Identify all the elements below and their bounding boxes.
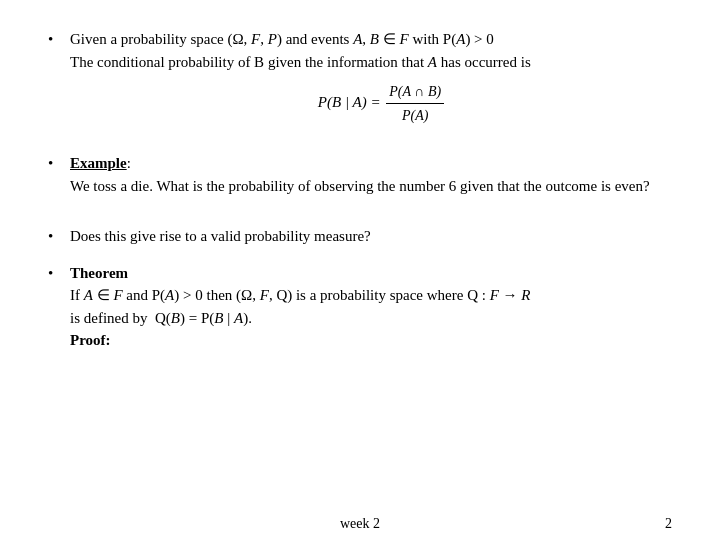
denominator: P(A) bbox=[399, 104, 431, 126]
bullet-3-section: • Does this give rise to a valid probabi… bbox=[48, 225, 672, 248]
bullet-1-desc: The conditional probability of B given t… bbox=[70, 54, 531, 70]
bullet-4-line1: If A ∈ F and P(A) > 0 then (Ω, F, Q) is … bbox=[70, 287, 531, 303]
footer-week: week 2 bbox=[340, 516, 380, 532]
numerator: P(A ∩ B) bbox=[386, 81, 444, 104]
spacer-1 bbox=[48, 211, 672, 225]
bullet-4-content: Theorem If A ∈ F and P(A) > 0 then (Ω, F… bbox=[70, 262, 672, 352]
bullet-4-marker: • bbox=[48, 262, 70, 285]
formula: P(B | A) = P(A ∩ B) P(A) bbox=[318, 81, 446, 126]
bullet-1-marker: • bbox=[48, 28, 70, 51]
bullet-3-text: Does this give rise to a valid probabili… bbox=[70, 228, 371, 244]
bullet-4-section: • Theorem If A ∈ F and P(A) > 0 then (Ω,… bbox=[48, 262, 672, 352]
bullet-3-content: Does this give rise to a valid probabili… bbox=[70, 225, 672, 248]
bullet-4-line2: is defined by Q(B) = P(B | A). bbox=[70, 310, 252, 326]
bullet-3-marker: • bbox=[48, 225, 70, 248]
bullet-2-label: Example bbox=[70, 155, 127, 171]
page: • Given a probability space (Ω, F, P) an… bbox=[0, 0, 720, 540]
fraction: P(A ∩ B) P(A) bbox=[386, 81, 444, 126]
bullet-4-label: Theorem bbox=[70, 265, 128, 281]
bullet-2-text: We toss a die. What is the probability o… bbox=[70, 178, 650, 194]
bullet-2-section: • Example: We toss a die. What is the pr… bbox=[48, 152, 672, 197]
bullet-2-content: Example: We toss a die. What is the prob… bbox=[70, 152, 672, 197]
bullet-2-colon: : bbox=[127, 155, 131, 171]
footer-page: 2 bbox=[665, 516, 672, 532]
bullet-1-section: • Given a probability space (Ω, F, P) an… bbox=[48, 28, 672, 138]
bullet-4-proof: Proof: bbox=[70, 332, 111, 348]
bullet-1-intro: Given a probability space (Ω, F, P) and … bbox=[70, 31, 494, 47]
bullet-2-marker: • bbox=[48, 152, 70, 175]
bullet-1-content: Given a probability space (Ω, F, P) and … bbox=[70, 28, 672, 138]
formula-container: P(B | A) = P(A ∩ B) P(A) bbox=[92, 81, 672, 126]
